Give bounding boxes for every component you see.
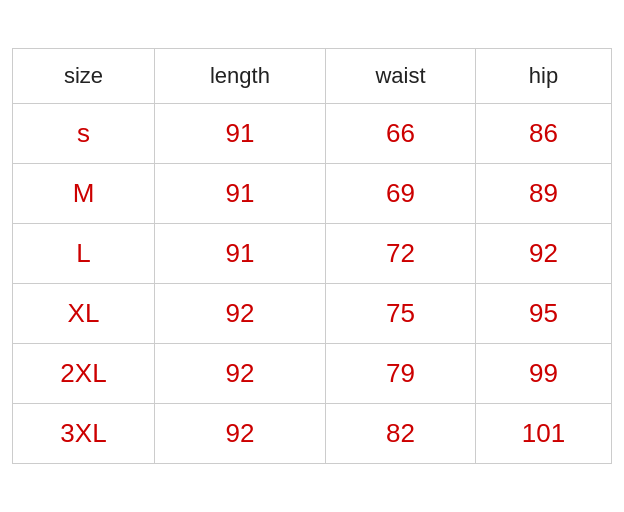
header-row: sizelengthwaisthip: [13, 49, 612, 104]
cell-waist: 79: [325, 344, 475, 404]
cell-size: XL: [13, 284, 155, 344]
table-row: M916989: [13, 164, 612, 224]
cell-waist: 75: [325, 284, 475, 344]
cell-waist: 66: [325, 104, 475, 164]
cell-length: 92: [155, 344, 326, 404]
cell-hip: 99: [476, 344, 612, 404]
cell-size: s: [13, 104, 155, 164]
table-row: 3XL9282101: [13, 404, 612, 464]
cell-hip: 89: [476, 164, 612, 224]
column-header-hip: hip: [476, 49, 612, 104]
cell-hip: 92: [476, 224, 612, 284]
table-row: 2XL927999: [13, 344, 612, 404]
cell-hip: 95: [476, 284, 612, 344]
table-row: XL927595: [13, 284, 612, 344]
column-header-waist: waist: [325, 49, 475, 104]
cell-waist: 72: [325, 224, 475, 284]
cell-size: 3XL: [13, 404, 155, 464]
cell-hip: 86: [476, 104, 612, 164]
cell-waist: 82: [325, 404, 475, 464]
cell-size: 2XL: [13, 344, 155, 404]
cell-size: L: [13, 224, 155, 284]
cell-length: 91: [155, 164, 326, 224]
cell-hip: 101: [476, 404, 612, 464]
size-chart: sizelengthwaisthip s916686M916989L917292…: [12, 48, 612, 464]
table-row: L917292: [13, 224, 612, 284]
cell-length: 92: [155, 284, 326, 344]
column-header-size: size: [13, 49, 155, 104]
cell-size: M: [13, 164, 155, 224]
column-header-length: length: [155, 49, 326, 104]
cell-length: 92: [155, 404, 326, 464]
table-row: s916686: [13, 104, 612, 164]
cell-length: 91: [155, 104, 326, 164]
cell-length: 91: [155, 224, 326, 284]
cell-waist: 69: [325, 164, 475, 224]
